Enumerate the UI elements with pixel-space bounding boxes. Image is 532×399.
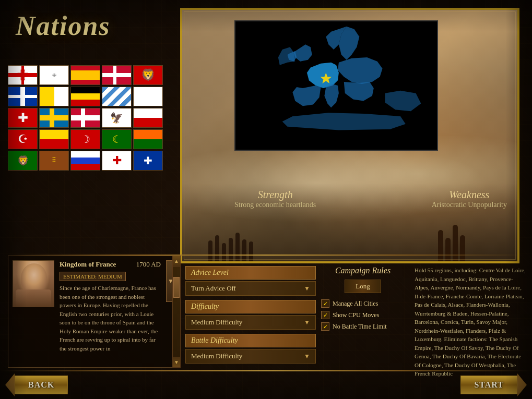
flag-row-5: 🦁 ⠿ ✚ ✚: [8, 151, 170, 171]
strength-description: Strong economic heartlands: [234, 201, 316, 209]
nation-description: Since the age of Charlemagne, France has…: [60, 284, 161, 353]
nation-info: Kingdom of France 1700 AD ESTIMATED: MED…: [60, 260, 161, 363]
advice-select[interactable]: Turn Advice Off ▼: [185, 281, 316, 296]
flag-pope[interactable]: [39, 87, 69, 106]
flag-cross-blue[interactable]: ✚: [133, 151, 163, 171]
start-button[interactable]: START: [460, 373, 527, 396]
scroll-down-button[interactable]: ▼: [173, 357, 180, 367]
flag-savoy[interactable]: [8, 108, 38, 128]
flag-row-3: 🦅: [8, 108, 170, 128]
no-time-limit-item[interactable]: ✓ No Battle Time Limit: [321, 322, 405, 331]
objectives-text: Hold 55 regions, including: Centre Val d…: [415, 267, 526, 377]
scroll-track: [173, 267, 180, 357]
back-button[interactable]: BACK: [5, 373, 68, 396]
flag-denmark[interactable]: [102, 65, 132, 85]
europe-map-inset: [234, 20, 438, 151]
nation-name: Kingdom of France: [60, 260, 116, 269]
advice-arrow: ▼: [304, 285, 310, 293]
weakness-description: Aristocratic Unpopularity: [432, 201, 507, 209]
flag-mughals[interactable]: ☾: [102, 129, 132, 149]
weakness-section: Weakness Aristocratic Unpopularity: [432, 189, 507, 209]
flag-white-stripe[interactable]: [133, 87, 163, 106]
campaign-length: Long: [345, 280, 381, 293]
flag-turkey[interactable]: [8, 129, 38, 149]
faction-flag-grid: ✙ 🦁 🦅: [8, 65, 170, 172]
manage-cities-label: Manage All Cities: [333, 300, 378, 308]
campaign-title: Campaign Rules: [321, 266, 405, 275]
nation-year: 1700 AD: [136, 260, 161, 269]
page-title: Nations: [16, 10, 111, 41]
battle-difficulty-arrow: ▼: [304, 353, 310, 360]
flag-prussia[interactable]: 🦅: [102, 108, 132, 128]
manage-cities-checkbox[interactable]: ✓: [321, 299, 329, 308]
flag-persia[interactable]: 🦁: [8, 151, 38, 171]
flag-russia[interactable]: [70, 151, 100, 171]
back-arrow-icon: [5, 373, 15, 396]
campaign-checkboxes: ✓ Manage All Cities ✓ Show CPU Moves ✓ N…: [321, 299, 405, 331]
flag-row-1: ✙ 🦁: [8, 65, 170, 85]
battle-difficulty-group: Battle Difficulty Medium Difficulty ▼: [185, 334, 316, 364]
difficulty-badge: ESTIMATED: MEDIUM: [60, 272, 126, 281]
show-cpu-checkbox[interactable]: ✓: [321, 311, 329, 319]
start-arrow-icon: [517, 373, 527, 396]
map-panel: Strength Strong economic heartlands Weak…: [180, 8, 519, 263]
flag-unknown1[interactable]: ✙: [39, 65, 69, 85]
flag-hre[interactable]: [70, 87, 100, 106]
flag-spain[interactable]: [70, 65, 100, 85]
flag-maratha[interactable]: [133, 129, 163, 149]
advice-group: Advice Level Turn Advice Off ▼: [185, 266, 316, 296]
start-label[interactable]: START: [460, 376, 517, 394]
battle-difficulty-select[interactable]: Medium Difficulty ▼: [185, 349, 316, 364]
difficulty-value: Medium Difficulty: [191, 318, 242, 327]
objectives-panel: Hold 55 regions, including: Centre Val d…: [415, 266, 527, 378]
difficulty-group: Difficulty Medium Difficulty ▼: [185, 300, 316, 330]
bottom-bar: BACK START: [0, 370, 532, 399]
flag-row-4: ☽ ☾: [8, 129, 170, 149]
options-panel: Advice Level Turn Advice Off ▼ Difficult…: [185, 266, 316, 368]
battle-difficulty-label: Battle Difficulty: [185, 334, 316, 347]
difficulty-arrow: ▼: [304, 319, 310, 327]
campaign-panel: Campaign Rules Long ✓ Manage All Cities …: [321, 266, 405, 334]
flag-scotland[interactable]: [8, 87, 38, 106]
scroll-thumb[interactable]: [173, 277, 180, 298]
flag-poland[interactable]: [133, 108, 163, 128]
advice-label: Advice Level: [185, 266, 316, 280]
advice-value: Turn Advice Off: [191, 284, 236, 293]
flag-row-2: [8, 87, 170, 106]
nation-title-row: Kingdom of France 1700 AD: [60, 260, 161, 269]
difficulty-select[interactable]: Medium Difficulty ▼: [185, 315, 316, 330]
weakness-title: Weakness: [432, 189, 507, 201]
manage-cities-item[interactable]: ✓ Manage All Cities: [321, 299, 405, 308]
show-cpu-label: Show CPU Moves: [333, 311, 379, 319]
strength-section: Strength Strong economic heartlands: [234, 189, 316, 209]
no-time-limit-label: No Battle Time Limit: [333, 323, 387, 331]
difficulty-label: Difficulty: [185, 300, 316, 313]
flag-georgia[interactable]: ✚: [102, 151, 132, 171]
flag-morocco[interactable]: ☽: [70, 129, 100, 149]
flag-denmark-2[interactable]: [70, 108, 100, 128]
show-cpu-item[interactable]: ✓ Show CPU Moves: [321, 311, 405, 319]
flag-unknown2[interactable]: [39, 129, 69, 149]
back-label[interactable]: BACK: [15, 376, 68, 394]
nation-panel: Kingdom of France 1700 AD ESTIMATED: MED…: [8, 256, 180, 368]
scroll-up-button[interactable]: ▲: [173, 256, 180, 267]
flag-venice[interactable]: 🦁: [133, 65, 163, 85]
flag-bavaria[interactable]: [102, 87, 132, 106]
battle-difficulty-value: Medium Difficulty: [191, 352, 242, 360]
flag-england[interactable]: [8, 65, 38, 85]
flag-tribal[interactable]: ⠿: [39, 151, 69, 171]
nation-portrait: [13, 260, 54, 307]
nation-scrollbar[interactable]: ▲ ▼: [172, 256, 181, 368]
strength-title: Strength: [234, 189, 316, 201]
flag-sweden[interactable]: [39, 108, 69, 128]
no-time-limit-checkbox[interactable]: ✓: [321, 322, 329, 331]
